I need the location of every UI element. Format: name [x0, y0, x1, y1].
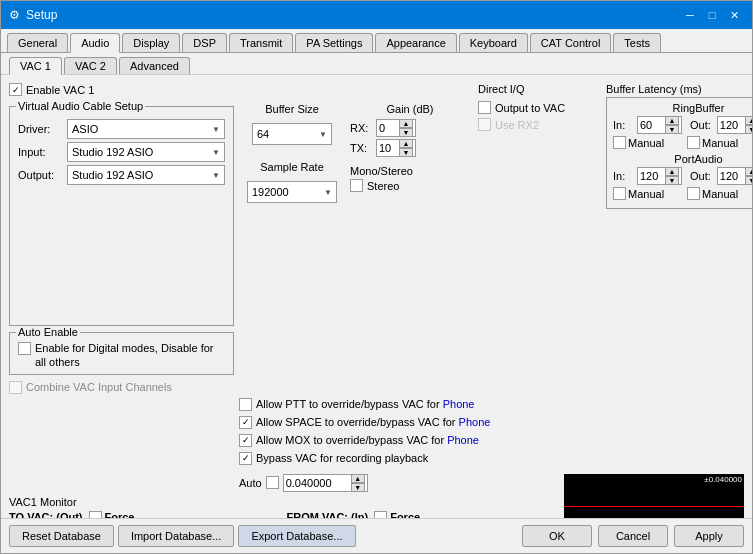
input-value: Studio 192 ASIO [72, 146, 153, 158]
auto-label: Auto [239, 477, 262, 489]
sub-tab-vac1[interactable]: VAC 1 [9, 57, 62, 75]
to-vac-force-chk[interactable] [89, 511, 102, 518]
tx-gain-input[interactable]: 10 ▲ ▼ [376, 139, 416, 157]
maximize-button[interactable]: □ [702, 6, 722, 24]
tab-cat-control[interactable]: CAT Control [530, 33, 612, 52]
tab-dsp[interactable]: DSP [182, 33, 227, 52]
ring-manual-in-chk[interactable] [613, 136, 626, 149]
auto-value: 0.040000 [286, 477, 332, 489]
to-vac-force-label: Force [105, 511, 135, 518]
driver-select[interactable]: ASIO ▼ [67, 119, 225, 139]
tab-general[interactable]: General [7, 33, 68, 52]
auto-enable-group: Auto Enable Enable for Digital modes, Di… [9, 332, 234, 375]
pa-in-up[interactable]: ▲ [665, 167, 679, 176]
buffer-size-value: 64 [257, 128, 269, 140]
auto-enable-checkbox[interactable] [18, 342, 31, 355]
chk-ptt[interactable] [239, 398, 252, 411]
cancel-button[interactable]: Cancel [598, 525, 668, 547]
apply-button[interactable]: Apply [674, 525, 744, 547]
buffer-latency-col: Buffer Latency (ms) RingBuffer In: 60 ▲ … [606, 83, 752, 209]
bottom-right-buttons: OK Cancel Apply [522, 525, 744, 547]
sub-tab-vac2[interactable]: VAC 2 [64, 57, 117, 74]
to-vac-title: TO VAC: (Out) [9, 511, 83, 518]
import-db-button[interactable]: Import Database... [118, 525, 235, 547]
rx-spin-up[interactable]: ▲ [399, 119, 413, 128]
rx-value: 0 [379, 122, 385, 134]
to-vac-col: TO VAC: (Out) Force Overflows 0 [9, 511, 279, 518]
rx-gain-input[interactable]: 0 ▲ ▼ [376, 119, 416, 137]
ring-manual-out-chk[interactable] [687, 136, 700, 149]
enable-vac-label: Enable VAC 1 [26, 84, 94, 96]
tab-audio[interactable]: Audio [70, 33, 120, 53]
output-to-vac-checkbox[interactable] [478, 101, 491, 114]
chk-bypass[interactable] [239, 452, 252, 465]
pa-in-row: In: 120 ▲ ▼ Out: 120 ▲ [613, 167, 752, 185]
tab-tests[interactable]: Tests [613, 33, 661, 52]
tab-keyboard[interactable]: Keyboard [459, 33, 528, 52]
ring-in-up[interactable]: ▲ [665, 116, 679, 125]
from-vac-force-chk[interactable] [374, 511, 387, 518]
rx-spin-down[interactable]: ▼ [399, 128, 413, 137]
gain-title: Gain (dB) [350, 103, 470, 115]
ring-out-input[interactable]: 120 ▲ ▼ [717, 116, 752, 134]
ring-out-up[interactable]: ▲ [745, 116, 752, 125]
pa-in-input[interactable]: 120 ▲ ▼ [637, 167, 682, 185]
rx-label: RX: [350, 122, 372, 134]
stereo-checkbox[interactable] [350, 179, 363, 192]
sample-rate-select[interactable]: 192000 ▼ [247, 181, 337, 203]
auto-spin-up[interactable]: ▲ [351, 474, 365, 483]
chk-row-2: Allow MOX to override/bypass VAC for Pho… [239, 434, 744, 447]
pa-out-down[interactable]: ▼ [745, 176, 752, 185]
chk-mox[interactable] [239, 434, 252, 447]
auto-input[interactable]: 0.040000 ▲ ▼ [283, 474, 368, 492]
ring-in-value: 60 [640, 119, 652, 131]
ring-in-down[interactable]: ▼ [665, 125, 679, 134]
auto-checkbox[interactable] [266, 476, 279, 489]
rx-spin-btns: ▲ ▼ [399, 119, 413, 137]
tab-pa-settings[interactable]: PA Settings [295, 33, 373, 52]
pa-manual-out-chk[interactable] [687, 187, 700, 200]
tx-spin-up[interactable]: ▲ [399, 139, 413, 148]
from-vac-title: FROM VAC: (In) [287, 511, 369, 518]
output-select[interactable]: Studio 192 ASIO ▼ [67, 165, 225, 185]
sub-tab-advanced[interactable]: Advanced [119, 57, 190, 74]
pa-in-down[interactable]: ▼ [665, 176, 679, 185]
auto-enable-title: Auto Enable [16, 326, 80, 338]
input-select[interactable]: Studio 192 ASIO ▼ [67, 142, 225, 162]
enable-vac-row: Enable VAC 1 [9, 83, 234, 96]
pa-out-input[interactable]: 120 ▲ ▼ [717, 167, 752, 185]
pa-manual-row: Manual Manual [613, 187, 752, 200]
tab-display[interactable]: Display [122, 33, 180, 52]
close-button[interactable]: ✕ [724, 6, 744, 24]
reset-db-button[interactable]: Reset Database [9, 525, 114, 547]
export-db-button[interactable]: Export Database... [238, 525, 355, 547]
chk-space[interactable] [239, 416, 252, 429]
buffer-size-title: Buffer Size [242, 103, 342, 115]
sample-rate-value: 192000 [252, 186, 289, 198]
phone-link-3[interactable]: Phone [447, 434, 479, 446]
monitor-cols: TO VAC: (Out) Force Overflows 0 [9, 511, 556, 518]
buffer-size-select[interactable]: 64 ▼ [252, 123, 332, 145]
pa-manual-in-chk[interactable] [613, 187, 626, 200]
scope-top: ±0.040000 Out [564, 474, 744, 518]
ring-manual-in: Manual [613, 136, 683, 149]
ring-out-down[interactable]: ▼ [745, 125, 752, 134]
vac-setup-title: Virtual Audio Cable Setup [16, 100, 145, 112]
pa-out-up[interactable]: ▲ [745, 167, 752, 176]
use-rx2-checkbox[interactable] [478, 118, 491, 131]
minimize-button[interactable]: ─ [680, 6, 700, 24]
tab-appearance[interactable]: Appearance [375, 33, 456, 52]
ok-button[interactable]: OK [522, 525, 592, 547]
enable-vac-checkbox[interactable] [9, 83, 22, 96]
tx-spin-down[interactable]: ▼ [399, 148, 413, 157]
phone-link-1[interactable]: Phone [443, 398, 475, 410]
ring-in-input[interactable]: 60 ▲ ▼ [637, 116, 682, 134]
rx-gain-row: RX: 0 ▲ ▼ [350, 119, 470, 137]
auto-spin-down[interactable]: ▼ [351, 483, 365, 492]
tab-transmit[interactable]: Transmit [229, 33, 293, 52]
app-icon: ⚙ [9, 8, 20, 22]
checkboxes-section: Allow PTT to override/bypass VAC for Pho… [239, 398, 744, 468]
phone-link-2[interactable]: Phone [459, 416, 491, 428]
left-col: Enable VAC 1 Virtual Audio Cable Setup D… [9, 83, 234, 394]
combine-vac-checkbox[interactable] [9, 381, 22, 394]
